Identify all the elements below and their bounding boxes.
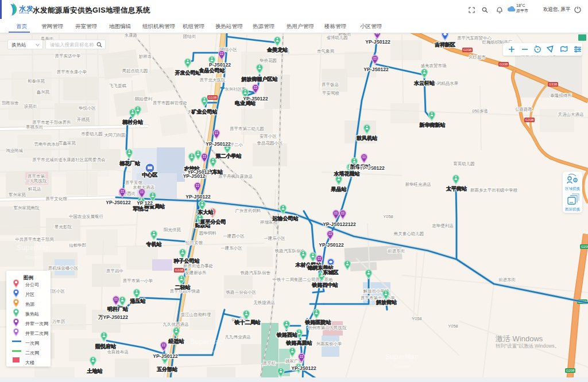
svg-text:军兴家苑: 军兴家苑	[9, 192, 26, 197]
svg-text:原平市北城街道永康路社区居民委员会: 原平市北城街道永康路社区居民委员会	[32, 157, 106, 162]
svg-text:育英幼儿园: 育英幼儿园	[453, 161, 475, 166]
svg-text:铁路汽车队宿舍: 铁路汽车队宿舍	[240, 270, 271, 275]
svg-text:一建乐小区: 一建乐小区	[264, 236, 285, 241]
svg-text:解放街棚户区站: 解放街棚户区站	[241, 76, 278, 82]
svg-text:Y058: Y058	[383, 214, 393, 219]
svg-text:原平市老干部休养所: 原平市老干部休养所	[32, 120, 71, 125]
svg-text:平安驾校: 平安驾校	[322, 91, 340, 96]
svg-text:华侨花园: 华侨花园	[259, 58, 277, 63]
svg-text:铁路医院站: 铁路医院站	[305, 319, 331, 325]
svg-text:原平分公司: 原平分公司	[200, 219, 226, 225]
svg-text:东大站: 东大站	[198, 209, 214, 215]
svg-text:万YP-JS0122: 万YP-JS0122	[98, 314, 128, 320]
svg-text:水云轩站: 水云轩站	[413, 80, 435, 86]
svg-text:中国农业发展银行: 中国农业发展银行	[69, 214, 104, 219]
svg-text:种子公司站: 种子公司站	[173, 258, 200, 264]
svg-text:志华便利店: 志华便利店	[432, 223, 454, 228]
svg-text:广兴置药饲料: 广兴置药饲料	[235, 208, 262, 213]
svg-text:原平丹枫白露旅店: 原平丹枫白露旅店	[218, 174, 253, 179]
svg-text:星光影院: 星光影院	[55, 224, 72, 229]
svg-text:SuperMap: SuperMap	[17, 244, 50, 252]
svg-text:军鑫家苑: 军鑫家苑	[59, 141, 76, 146]
svg-text:明杆厂站: 明杆厂站	[107, 306, 128, 312]
svg-text:棉花厂站: 棉花厂站	[119, 161, 140, 166]
svg-text:阳光佳苑: 阳光佳苑	[164, 227, 181, 232]
svg-text:中心区: 中心区	[142, 172, 158, 178]
svg-text:中共原平市老干部局: 中共原平市老干部局	[15, 237, 54, 242]
svg-text:蛋江山自助料理: 蛋江山自助料理	[181, 312, 211, 317]
svg-text:泰隆招待所: 泰隆招待所	[550, 93, 572, 98]
svg-text:仓百姓布店: 仓百姓布店	[107, 349, 129, 354]
svg-text:YP-JS0122122: YP-JS0122122	[323, 221, 356, 227]
svg-text:原平文化馆: 原平文化馆	[45, 196, 67, 201]
svg-text:涌压站: 涌压站	[130, 298, 146, 304]
svg-text:原平市永康小学: 原平市永康小学	[57, 69, 87, 75]
svg-text:前进东街: 前进东街	[498, 277, 516, 282]
svg-text:忻州市第二人民医院: 忻州市第二人民医院	[307, 325, 347, 330]
svg-text:解放街站: 解放街站	[376, 299, 397, 305]
svg-text:G108: G108	[208, 96, 217, 99]
svg-text:市委幼儿园: 市委幼儿园	[81, 131, 103, 137]
svg-text:大同刀削面: 大同刀削面	[104, 132, 126, 138]
svg-text:久红超市: 久红超市	[469, 54, 486, 60]
svg-text:SuperMap: SuperMap	[339, 163, 373, 171]
svg-text:晋南牛肉水饺: 晋南牛肉水饺	[34, 142, 61, 147]
svg-text:恒日宾馆: 恒日宾馆	[185, 240, 203, 245]
svg-text:省博幼儿园: 省博幼儿园	[326, 35, 348, 40]
svg-text:G208: G208	[581, 245, 588, 248]
svg-text:万年历: 万年历	[52, 319, 65, 324]
svg-text:园华饲料: 园华饲料	[199, 231, 217, 236]
svg-text:iServer: iServer	[199, 349, 215, 354]
svg-text:熙悦府站: 熙悦府站	[95, 344, 116, 349]
svg-text:YP-JS012: YP-JS012	[183, 173, 206, 179]
svg-text:吉祥新区: 吉祥新区	[434, 42, 455, 48]
svg-text:东城区: 东城区	[323, 270, 339, 275]
svg-text:新惠乡太平街初级中学校: 新惠乡太平街初级中学校	[470, 188, 518, 193]
svg-text:鼓风机站: 鼓风机站	[356, 135, 377, 141]
svg-text:原平四中: 原平四中	[106, 268, 123, 274]
svg-text:G338: G338	[549, 83, 558, 86]
svg-text:公路路政: 公路路政	[515, 107, 533, 112]
svg-text:运输公司站: 运输公司站	[272, 216, 299, 221]
svg-text:iServer: iServer	[348, 174, 365, 180]
svg-text:开发公司站: 开发公司站	[175, 70, 201, 76]
svg-text:鸿业尚城: 鸿业尚城	[6, 148, 24, 153]
svg-text:军兴家苑南院: 军兴家苑南院	[14, 205, 40, 211]
svg-text:专机站: 专机站	[146, 241, 162, 247]
svg-text:盛美农贸市场: 盛美农贸市场	[421, 63, 447, 68]
svg-text:华悦小区: 华悦小区	[78, 106, 96, 111]
svg-text:鲜花店: 鲜花店	[28, 186, 41, 192]
svg-text:设苑街: 设苑街	[24, 104, 37, 109]
svg-text:金美龙站: 金美龙站	[266, 46, 288, 53]
svg-text:原机综合楼小区: 原机综合楼小区	[48, 266, 79, 271]
svg-text:周起点幼儿园: 周起点幼儿园	[122, 68, 148, 73]
svg-text:原平北大医院: 原平北大医院	[200, 77, 226, 83]
svg-text:YP-JS0122: YP-JS0122	[365, 39, 390, 45]
svg-text:YP-JS0122: YP-JS0122	[291, 365, 316, 371]
svg-text:部政宿舍: 部政宿舍	[2, 100, 19, 106]
svg-text:原平实达中学: 原平实达中学	[55, 53, 82, 59]
svg-text:经适站: 经适站	[168, 338, 184, 344]
svg-text:铁路高层站: 铁路高层站	[286, 340, 312, 346]
svg-text:章福东街: 章福东街	[26, 124, 44, 130]
svg-text:新原街道办事处: 新原街道办事处	[183, 263, 214, 268]
svg-text:开福苑: 开福苑	[77, 117, 90, 122]
svg-text:YP-JS0122: YP-JS0122	[206, 141, 231, 147]
svg-text:前进东街: 前进东街	[388, 248, 405, 254]
svg-text:铁路四中站: 铁路四中站	[312, 282, 338, 288]
svg-text:G338: G338	[525, 118, 534, 122]
svg-text:安建新诊所: 安建新诊所	[185, 270, 207, 275]
svg-text:iServer: iServer	[25, 255, 42, 260]
svg-text:YP-JS0122: YP-JS0122	[185, 194, 211, 200]
svg-text:团结街: 团结街	[183, 34, 196, 39]
svg-text:土地站: 土地站	[87, 368, 103, 374]
svg-text:P-JS0122: P-JS0122	[209, 62, 231, 68]
svg-text:铁路西站: 铁路西站	[276, 332, 297, 338]
svg-text:太平街站: 太平街站	[446, 186, 467, 192]
svg-text:050乡道: 050乡道	[472, 108, 488, 114]
svg-text:YP-JS0122: YP-JS0122	[106, 200, 131, 205]
svg-text:Y058: Y058	[412, 316, 422, 321]
svg-text:YP-JS0122: YP-JS0122	[363, 67, 389, 72]
svg-text:G208: G208	[566, 369, 575, 372]
svg-text:兴惠实验小学: 兴惠实验小学	[316, 341, 343, 346]
